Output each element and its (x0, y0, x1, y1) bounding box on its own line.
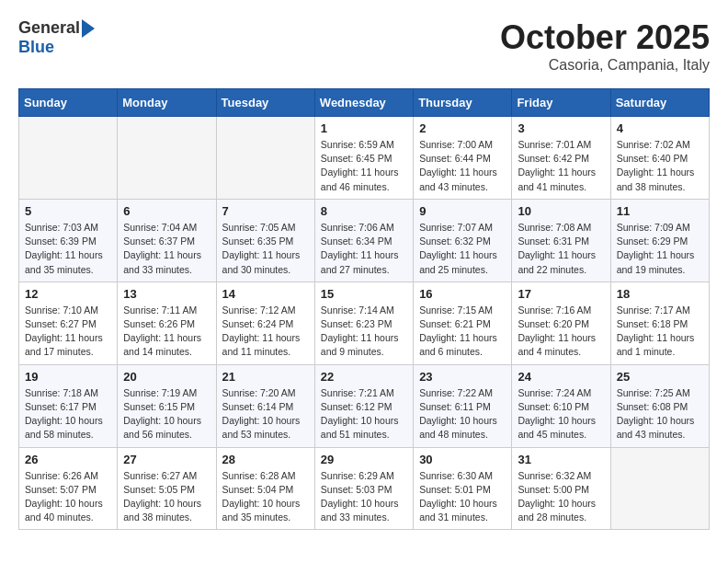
day-info: Sunrise: 7:14 AMSunset: 6:23 PMDaylight:… (321, 304, 407, 360)
day-info: Sunrise: 6:32 AMSunset: 5:00 PMDaylight:… (518, 469, 604, 525)
day-info: Sunrise: 7:06 AMSunset: 6:34 PMDaylight:… (321, 221, 407, 277)
day-number: 12 (25, 287, 111, 301)
day-number: 16 (419, 287, 506, 301)
day-number: 21 (222, 370, 309, 384)
day-info: Sunrise: 6:26 AMSunset: 5:07 PMDaylight:… (25, 469, 111, 525)
logo-arrow-icon (82, 19, 95, 38)
calendar-cell (610, 447, 709, 530)
day-info: Sunrise: 7:16 AMSunset: 6:20 PMDaylight:… (518, 304, 604, 360)
day-number: 17 (518, 287, 604, 301)
weekday-header: Friday (512, 89, 610, 117)
calendar-cell: 13Sunrise: 7:11 AMSunset: 6:26 PMDayligh… (118, 282, 216, 364)
calendar-cell (118, 117, 216, 200)
logo: General Blue (18, 18, 95, 57)
day-number: 23 (419, 370, 506, 384)
day-number: 20 (123, 370, 210, 384)
calendar-cell (19, 117, 118, 200)
calendar-cell: 18Sunrise: 7:17 AMSunset: 6:18 PMDayligh… (610, 282, 709, 364)
calendar-week-row: 26Sunrise: 6:26 AMSunset: 5:07 PMDayligh… (19, 447, 710, 530)
day-number: 19 (25, 370, 111, 384)
day-info: Sunrise: 7:05 AMSunset: 6:35 PMDaylight:… (222, 221, 309, 277)
calendar-cell: 3Sunrise: 7:01 AMSunset: 6:42 PMDaylight… (512, 117, 610, 200)
weekday-header: Wednesday (314, 89, 413, 117)
day-info: Sunrise: 7:11 AMSunset: 6:26 PMDaylight:… (123, 304, 210, 360)
calendar-cell: 29Sunrise: 6:29 AMSunset: 5:03 PMDayligh… (314, 447, 413, 530)
day-info: Sunrise: 7:10 AMSunset: 6:27 PMDaylight:… (25, 304, 111, 360)
calendar-cell: 26Sunrise: 6:26 AMSunset: 5:07 PMDayligh… (19, 447, 118, 530)
day-number: 7 (222, 204, 309, 218)
day-number: 29 (321, 453, 407, 466)
day-number: 24 (518, 370, 604, 384)
calendar-cell: 28Sunrise: 6:28 AMSunset: 5:04 PMDayligh… (216, 447, 314, 530)
calendar-cell: 20Sunrise: 7:19 AMSunset: 6:15 PMDayligh… (118, 364, 216, 447)
day-number: 22 (321, 370, 407, 384)
day-number: 9 (419, 204, 506, 218)
day-info: Sunrise: 7:17 AMSunset: 6:18 PMDaylight:… (617, 304, 703, 360)
day-info: Sunrise: 7:21 AMSunset: 6:12 PMDaylight:… (321, 386, 407, 442)
weekday-header: Thursday (414, 89, 512, 117)
day-number: 25 (617, 370, 703, 384)
day-number: 18 (617, 287, 703, 301)
logo-general-text: General (18, 18, 80, 38)
logo-blue-text: Blue (18, 38, 54, 57)
calendar-cell: 12Sunrise: 7:10 AMSunset: 6:27 PMDayligh… (19, 282, 118, 364)
calendar-cell: 17Sunrise: 7:16 AMSunset: 6:20 PMDayligh… (512, 282, 610, 364)
calendar-cell: 23Sunrise: 7:22 AMSunset: 6:11 PMDayligh… (414, 364, 512, 447)
day-number: 30 (419, 453, 506, 466)
day-number: 2 (419, 121, 506, 135)
day-number: 8 (321, 204, 407, 218)
day-number: 10 (518, 204, 604, 218)
calendar-cell: 16Sunrise: 7:15 AMSunset: 6:21 PMDayligh… (414, 282, 512, 364)
day-info: Sunrise: 7:25 AMSunset: 6:08 PMDaylight:… (617, 386, 703, 442)
day-info: Sunrise: 7:02 AMSunset: 6:40 PMDaylight:… (617, 138, 703, 194)
day-info: Sunrise: 7:01 AMSunset: 6:42 PMDaylight:… (518, 138, 604, 194)
weekday-header: Tuesday (216, 89, 314, 117)
day-info: Sunrise: 6:29 AMSunset: 5:03 PMDaylight:… (321, 469, 407, 525)
day-info: Sunrise: 7:07 AMSunset: 6:32 PMDaylight:… (419, 221, 506, 277)
day-info: Sunrise: 7:18 AMSunset: 6:17 PMDaylight:… (25, 386, 111, 442)
weekday-header: Saturday (610, 89, 709, 117)
day-number: 3 (518, 121, 604, 135)
day-number: 6 (123, 204, 210, 218)
day-info: Sunrise: 6:28 AMSunset: 5:04 PMDaylight:… (222, 469, 309, 525)
day-number: 14 (222, 287, 309, 301)
calendar-cell (216, 117, 314, 200)
calendar-cell: 4Sunrise: 7:02 AMSunset: 6:40 PMDaylight… (610, 117, 709, 200)
day-number: 1 (321, 121, 407, 135)
calendar-cell: 30Sunrise: 6:30 AMSunset: 5:01 PMDayligh… (414, 447, 512, 530)
day-info: Sunrise: 7:03 AMSunset: 6:39 PMDaylight:… (25, 221, 111, 277)
location: Casoria, Campania, Italy (500, 57, 710, 74)
calendar-cell: 25Sunrise: 7:25 AMSunset: 6:08 PMDayligh… (610, 364, 709, 447)
day-number: 27 (123, 453, 210, 466)
calendar-cell: 11Sunrise: 7:09 AMSunset: 6:29 PMDayligh… (610, 199, 709, 282)
day-info: Sunrise: 7:24 AMSunset: 6:10 PMDaylight:… (518, 386, 604, 442)
weekday-header: Monday (118, 89, 216, 117)
weekday-header: Sunday (19, 89, 118, 117)
day-number: 13 (123, 287, 210, 301)
calendar-cell: 21Sunrise: 7:20 AMSunset: 6:14 PMDayligh… (216, 364, 314, 447)
day-info: Sunrise: 7:04 AMSunset: 6:37 PMDaylight:… (123, 221, 210, 277)
day-number: 26 (25, 453, 111, 466)
calendar-week-row: 1Sunrise: 6:59 AMSunset: 6:45 PMDaylight… (19, 117, 710, 200)
day-info: Sunrise: 6:30 AMSunset: 5:01 PMDaylight:… (419, 469, 506, 525)
calendar-cell: 5Sunrise: 7:03 AMSunset: 6:39 PMDaylight… (19, 199, 118, 282)
day-info: Sunrise: 7:22 AMSunset: 6:11 PMDaylight:… (419, 386, 506, 442)
title-section: October 2025 Casoria, Campania, Italy (500, 18, 710, 74)
day-info: Sunrise: 7:00 AMSunset: 6:44 PMDaylight:… (419, 138, 506, 194)
calendar-table: SundayMondayTuesdayWednesdayThursdayFrid… (18, 88, 710, 530)
day-info: Sunrise: 7:12 AMSunset: 6:24 PMDaylight:… (222, 304, 309, 360)
day-number: 15 (321, 287, 407, 301)
calendar-week-row: 19Sunrise: 7:18 AMSunset: 6:17 PMDayligh… (19, 364, 710, 447)
day-info: Sunrise: 6:27 AMSunset: 5:05 PMDaylight:… (123, 469, 210, 525)
calendar-cell: 15Sunrise: 7:14 AMSunset: 6:23 PMDayligh… (314, 282, 413, 364)
calendar-cell: 2Sunrise: 7:00 AMSunset: 6:44 PMDaylight… (414, 117, 512, 200)
calendar-cell: 31Sunrise: 6:32 AMSunset: 5:00 PMDayligh… (512, 447, 610, 530)
day-number: 5 (25, 204, 111, 218)
calendar-cell: 6Sunrise: 7:04 AMSunset: 6:37 PMDaylight… (118, 199, 216, 282)
calendar-cell: 10Sunrise: 7:08 AMSunset: 6:31 PMDayligh… (512, 199, 610, 282)
calendar-cell: 22Sunrise: 7:21 AMSunset: 6:12 PMDayligh… (314, 364, 413, 447)
calendar-cell: 8Sunrise: 7:06 AMSunset: 6:34 PMDaylight… (314, 199, 413, 282)
calendar-week-row: 12Sunrise: 7:10 AMSunset: 6:27 PMDayligh… (19, 282, 710, 364)
day-number: 28 (222, 453, 309, 466)
calendar-cell: 1Sunrise: 6:59 AMSunset: 6:45 PMDaylight… (314, 117, 413, 200)
